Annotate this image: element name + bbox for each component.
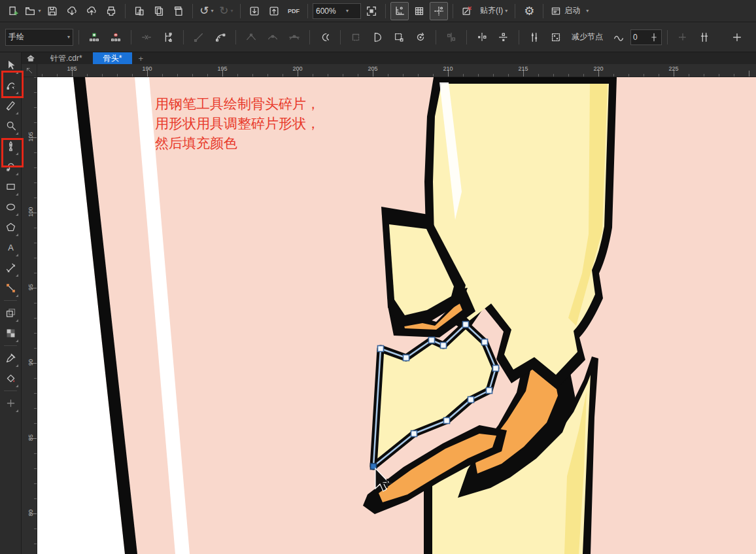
home-tab-button[interactable] [22, 52, 40, 64]
smoothness-numbox[interactable] [630, 29, 662, 45]
rotate-nodes-button[interactable] [411, 27, 430, 48]
paste-button[interactable] [169, 2, 188, 20]
close-curve-button[interactable] [346, 27, 366, 48]
h-ruler-label: 195 [217, 65, 227, 72]
horizontal-ruler[interactable]: 185190195200205210215220225 [37, 64, 756, 77]
open-button[interactable]: ▾ [24, 2, 42, 20]
pdf-export-button[interactable]: PDF [284, 2, 303, 20]
cloud-save-button[interactable] [82, 2, 101, 20]
polygon-tool[interactable] [1, 217, 20, 237]
smooth-node-button[interactable] [263, 27, 283, 48]
path-node[interactable] [482, 339, 488, 345]
snap-menu-button[interactable]: 贴齐(I) ▾ [477, 2, 510, 20]
reflect-vertical-icon [498, 31, 509, 43]
new-tab-button[interactable]: + [132, 52, 149, 64]
tab-document-2-active[interactable]: 骨头* [93, 52, 133, 64]
rectangle-tool[interactable] [1, 177, 20, 197]
add-tool-button[interactable] [1, 393, 20, 413]
print-button[interactable] [102, 2, 120, 20]
transparency-tool[interactable] [1, 323, 20, 343]
path-node[interactable] [441, 343, 447, 349]
delete-nodes-button[interactable] [106, 27, 126, 48]
copy-button[interactable] [150, 2, 168, 20]
ellipse-tool[interactable] [1, 197, 20, 217]
cusp-node-button[interactable] [241, 27, 261, 48]
drawing-canvas[interactable]: 用钢笔工具绘制骨头碎片， 用形状用具调整碎片形状， 然后填充颜色 [37, 77, 756, 554]
select-all-nodes-button[interactable] [546, 27, 566, 48]
cloud-open-button[interactable] [63, 2, 81, 20]
separator [131, 30, 131, 44]
separator [543, 4, 543, 18]
crop-tool[interactable] [1, 95, 20, 116]
path-node[interactable] [493, 366, 499, 372]
reflect-vertical-button[interactable] [494, 27, 513, 48]
node-sliders-button[interactable] [695, 27, 714, 48]
dimension-tool[interactable] [1, 258, 20, 278]
break-nodes-button[interactable] [158, 27, 178, 48]
reflect-horizontal-icon [476, 31, 488, 43]
path-node[interactable] [444, 418, 450, 424]
select-all-nodes-icon [550, 31, 562, 43]
snap-off-button[interactable] [458, 2, 476, 20]
chevron-down-icon: ▾ [231, 8, 233, 14]
annotation-line: 用形状用具调整碎片形状， [155, 114, 320, 133]
path-node[interactable] [411, 431, 417, 437]
smoothness-input[interactable] [633, 33, 649, 42]
add-nodes-button[interactable] [84, 27, 104, 48]
preset-combobox[interactable]: 手绘 ▾ [5, 29, 73, 46]
transform-nodes-button[interactable] [389, 27, 409, 48]
separator [667, 30, 668, 44]
show-grid-button[interactable] [410, 2, 428, 20]
fullscreen-preview-icon [366, 5, 377, 17]
ruler-origin-button[interactable] [22, 64, 37, 77]
property-bar-add-button[interactable] [727, 27, 747, 48]
reflect-horizontal-button[interactable] [472, 27, 492, 48]
new-document-button[interactable] [4, 2, 22, 20]
vertical-ruler[interactable]: 10510095908580 [22, 77, 37, 554]
elastic-mode-button[interactable] [524, 27, 544, 48]
reduce-nodes-button[interactable]: 减少节点 [568, 27, 607, 48]
red-highlight-box-pen-tool [1, 138, 24, 167]
eyedropper-tool[interactable] [1, 348, 20, 368]
curve-settings-button[interactable] [673, 27, 693, 48]
h-ruler-label: 220 [593, 65, 603, 72]
undo-button[interactable]: ↺ ▾ [198, 2, 216, 20]
launch-button[interactable]: 启动 ▾ [548, 2, 591, 20]
elastic-mode-icon [528, 31, 540, 43]
align-nodes-button[interactable] [441, 27, 461, 48]
tab-document-1[interactable]: 针管.cdr* [40, 52, 93, 64]
symmetrical-node-button[interactable] [284, 27, 304, 48]
redo-button[interactable]: ↻ ▾ [217, 2, 235, 20]
extend-curve-button[interactable] [368, 27, 387, 48]
path-node[interactable] [404, 355, 409, 361]
paste-special-button[interactable] [130, 2, 148, 20]
join-nodes-icon [141, 31, 152, 43]
save-button[interactable] [43, 2, 61, 20]
convert-to-line-button[interactable] [189, 27, 209, 48]
show-rulers-button[interactable] [390, 2, 409, 20]
reverse-direction-button[interactable] [315, 27, 335, 48]
undo-icon: ↺ [199, 5, 209, 16]
import-button[interactable] [245, 2, 264, 20]
path-node[interactable] [487, 388, 492, 394]
v-ruler-label: 95 [27, 279, 34, 295]
drop-shadow-tool[interactable] [1, 303, 20, 323]
join-nodes-button[interactable] [137, 27, 156, 48]
smoothness-slider-icon[interactable] [649, 32, 659, 43]
show-guidelines-button[interactable] [430, 2, 448, 20]
path-node[interactable] [463, 322, 469, 328]
path-node[interactable] [378, 346, 384, 352]
new-document-icon [7, 5, 19, 17]
zoom-tool[interactable] [1, 116, 20, 136]
convert-to-curve-button[interactable] [211, 27, 230, 48]
text-tool[interactable]: A [1, 237, 20, 258]
fullscreen-preview-button[interactable] [362, 2, 381, 20]
smart-fill-tool[interactable] [1, 368, 20, 389]
connector-tool[interactable] [1, 278, 20, 298]
zoom-level-combobox[interactable]: ▾ [313, 3, 361, 19]
zoom-level-input[interactable] [316, 7, 345, 16]
options-button[interactable]: ⚙ [520, 2, 538, 20]
export-button[interactable] [265, 2, 283, 20]
path-node[interactable] [429, 338, 435, 343]
path-node[interactable] [468, 397, 474, 403]
